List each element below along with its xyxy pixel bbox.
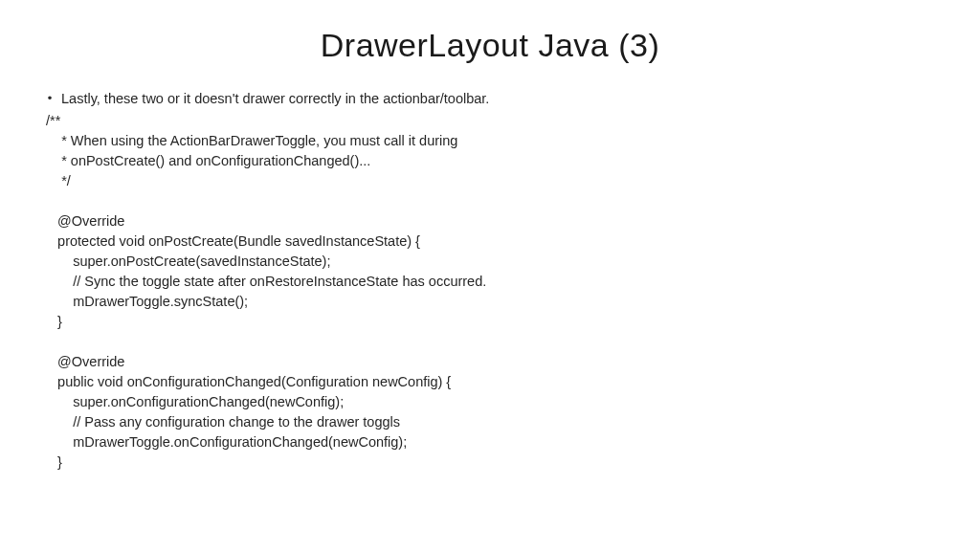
code-line: /** [42,113,60,128]
code-line: public void onConfigurationChanged(Confi… [42,374,451,389]
code-line: super.onPostCreate(savedInstanceState); [42,253,330,269]
code-line: // Sync the toggle state after onRestore… [42,274,486,289]
slide-content: • Lastly, these two or it doesn't drawer… [38,89,942,473]
code-line: } [42,314,62,329]
slide-title: DrawerLayout Java (3) [38,27,942,64]
code-line: protected void onPostCreate(Bundle saved… [42,233,420,249]
code-line: */ [42,173,71,188]
bullet-marker-icon: • [38,89,61,109]
bullet-item: • Lastly, these two or it doesn't drawer… [38,89,942,109]
code-block: /** * When using the ActionBarDrawerTogg… [38,111,942,473]
code-line: @Override [42,354,124,369]
code-line: super.onConfigurationChanged(newConfig); [42,394,344,409]
bullet-text: Lastly, these two or it doesn't drawer c… [61,89,942,109]
code-line: mDrawerToggle.syncState(); [42,294,248,309]
code-line: } [42,454,62,470]
code-line: mDrawerToggle.onConfigurationChanged(new… [42,434,407,450]
code-line: @Override [42,213,124,229]
code-line: // Pass any configuration change to the … [42,414,400,430]
code-line: * When using the ActionBarDrawerToggle, … [42,133,457,148]
code-line: * onPostCreate() and onConfigurationChan… [42,153,370,168]
slide-container: DrawerLayout Java (3) • Lastly, these tw… [0,0,980,551]
